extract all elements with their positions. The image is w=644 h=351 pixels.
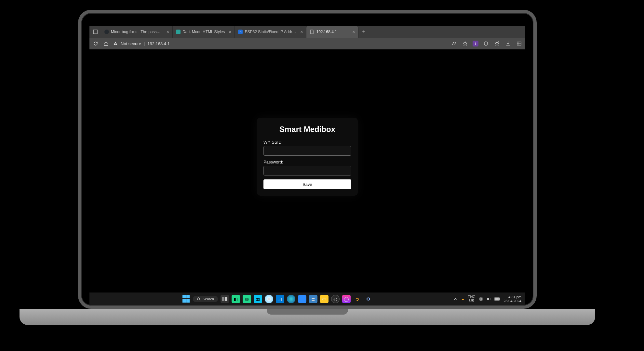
svg-rect-5 bbox=[222, 297, 224, 301]
ssid-input[interactable] bbox=[263, 146, 351, 156]
star-icon[interactable] bbox=[462, 40, 469, 47]
svg-rect-1 bbox=[115, 43, 115, 44]
favicon-icon: R bbox=[238, 30, 243, 34]
separator: | bbox=[144, 41, 145, 46]
svg-point-4 bbox=[197, 298, 200, 300]
tab-label: Dark Mode HTML Styles bbox=[182, 30, 225, 34]
tab-label: 192.168.4.1 bbox=[316, 30, 337, 34]
tab-2[interactable]: Dark Mode HTML Styles × bbox=[173, 26, 235, 38]
new-tab-button[interactable]: + bbox=[358, 26, 369, 38]
tab-3[interactable]: R ESP32 Static/Fixed IP Address | R × bbox=[235, 26, 306, 38]
app-settings-icon[interactable]: ⚙ bbox=[364, 295, 373, 303]
screen: Minor bug fixes · The password × Dark Mo… bbox=[89, 26, 525, 306]
url-text: 192.168.4.1 bbox=[147, 41, 170, 46]
laptop-frame: Minor bug fixes · The password × Dark Mo… bbox=[78, 10, 537, 309]
network-icon[interactable] bbox=[479, 297, 483, 301]
github-icon bbox=[104, 30, 109, 34]
taskview-icon[interactable] bbox=[221, 295, 229, 303]
favorites-icon[interactable] bbox=[493, 40, 501, 47]
page-viewport: Smart Medibox Wifi SSID: Password: Save bbox=[89, 49, 525, 292]
app-clion-icon[interactable]: ◍ bbox=[243, 295, 251, 303]
app-edge-icon[interactable] bbox=[287, 295, 295, 303]
ssid-label: Wifi SSID: bbox=[263, 140, 351, 145]
shield-icon[interactable] bbox=[482, 40, 490, 47]
save-button[interactable]: Save bbox=[263, 179, 351, 189]
page-title: Smart Medibox bbox=[263, 125, 351, 134]
home-icon[interactable] bbox=[102, 40, 110, 47]
tab-1[interactable]: Minor bug fixes · The password × bbox=[101, 26, 173, 38]
app-vscode-icon[interactable]: ◿ bbox=[276, 295, 284, 303]
url-zone[interactable]: Not secure | 192.168.4.1 bbox=[113, 41, 447, 46]
date-text: 23/04/2024 bbox=[503, 299, 521, 303]
battery-icon[interactable] bbox=[494, 297, 500, 301]
app-pink-icon[interactable]: ◯ bbox=[342, 295, 351, 303]
app-obs-icon[interactable]: ◎ bbox=[331, 295, 340, 303]
password-input[interactable] bbox=[263, 166, 351, 176]
svg-rect-10 bbox=[495, 298, 499, 300]
search-icon bbox=[197, 297, 201, 301]
system-tray: ☁ ENG US 4:31 pm 23/04/2024 bbox=[454, 295, 523, 303]
refresh-icon[interactable] bbox=[92, 40, 99, 47]
language-indicator[interactable]: ENG US bbox=[468, 295, 476, 303]
browser-addressbar: Not secure | 192.168.4.1 Aª t bbox=[89, 38, 525, 49]
tab-4-active[interactable]: 192.168.4.1 × bbox=[306, 26, 358, 38]
app-zoom-icon[interactable] bbox=[298, 295, 306, 303]
reader-mode-icon[interactable]: Aª bbox=[450, 40, 458, 47]
minimize-button[interactable]: — bbox=[511, 30, 523, 34]
svg-rect-0 bbox=[93, 30, 97, 34]
app-explorer-icon[interactable]: ▭ bbox=[320, 295, 329, 303]
favicon-icon bbox=[176, 30, 181, 34]
tab-label: Minor bug fixes · The password bbox=[111, 30, 163, 34]
browser-tabbar: Minor bug fixes · The password × Dark Mo… bbox=[89, 26, 525, 38]
app-pycharm-icon[interactable]: ◧ bbox=[232, 295, 240, 303]
time-text: 4:31 pm bbox=[503, 295, 521, 299]
app-orange-icon[interactable]: ➲ bbox=[353, 295, 362, 303]
close-icon[interactable]: × bbox=[350, 29, 355, 34]
extension-icon[interactable]: t bbox=[473, 41, 478, 46]
svg-rect-6 bbox=[225, 297, 227, 301]
app-store-icon[interactable]: A bbox=[265, 295, 273, 303]
addressbar-actions: Aª t bbox=[450, 40, 523, 47]
wifi-config-card: Smart Medibox Wifi SSID: Password: Save bbox=[257, 118, 358, 196]
app-menu-icon[interactable] bbox=[516, 40, 523, 47]
app-notes-icon[interactable]: ≣ bbox=[309, 295, 317, 303]
tab-label: ESP32 Static/Fixed IP Address | R bbox=[245, 30, 296, 34]
password-label: Password: bbox=[263, 160, 351, 164]
tray-chevron-icon[interactable] bbox=[454, 297, 458, 301]
not-secure-label: Not secure bbox=[121, 41, 141, 46]
svg-rect-9 bbox=[499, 298, 500, 300]
svg-rect-2 bbox=[115, 45, 115, 45]
volume-icon[interactable] bbox=[487, 297, 491, 301]
close-icon[interactable]: × bbox=[227, 29, 231, 34]
windows-taskbar: Search ◧ ◍ ▦ A ◿ ≣ ▭ ◎ ◯ ➲ ⚙ ☁ bbox=[89, 292, 525, 306]
warning-icon bbox=[113, 41, 118, 46]
tab-actions-icon[interactable] bbox=[89, 26, 101, 38]
tray-cloud-icon[interactable]: ☁ bbox=[461, 297, 464, 301]
search-label: Search bbox=[203, 297, 214, 301]
start-button[interactable] bbox=[182, 295, 190, 303]
download-icon[interactable] bbox=[504, 40, 512, 47]
close-icon[interactable]: × bbox=[298, 29, 303, 34]
close-icon[interactable]: × bbox=[165, 29, 169, 34]
page-icon bbox=[310, 30, 314, 34]
laptop-notch bbox=[267, 309, 348, 315]
taskbar-search[interactable]: Search bbox=[193, 296, 218, 302]
svg-rect-3 bbox=[517, 42, 521, 45]
clock[interactable]: 4:31 pm 23/04/2024 bbox=[503, 295, 523, 303]
window-controls: — bbox=[511, 26, 525, 38]
app-webstorm-icon[interactable]: ▦ bbox=[254, 295, 262, 303]
